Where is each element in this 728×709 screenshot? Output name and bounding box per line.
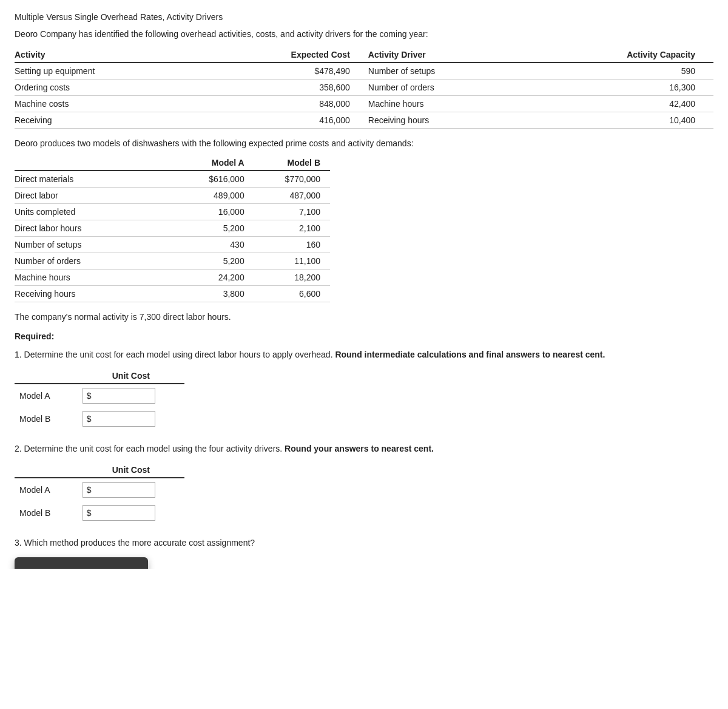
model-row-label: Direct materials	[15, 171, 178, 188]
q1-model-b-input-cell: $	[78, 407, 184, 430]
q1-model-a-input[interactable]	[94, 388, 149, 403]
model-row-label: Units completed	[15, 204, 178, 220]
q1-blank-header	[15, 368, 78, 384]
question3-section: 3. Which method produces the more accura…	[15, 537, 713, 549]
activity-col-header: Activity	[15, 47, 200, 63]
q2-model-b-input[interactable]	[94, 506, 149, 520]
q2-model-a-input-cell: $	[78, 478, 184, 501]
activity-table-row: Machine costs 848,000 Machine hours 42,4…	[15, 96, 713, 112]
q2-model-a-input-wrapper[interactable]: $	[83, 482, 155, 498]
model-row-label: Number of setups	[15, 237, 178, 253]
activity-capacity: 42,400	[525, 96, 713, 112]
expected-cost: $478,490	[200, 63, 368, 80]
model-b-value: 160	[254, 237, 330, 253]
required-label: Required:	[15, 331, 713, 341]
page-title: Multiple Versus Single Overhead Rates, A…	[15, 12, 713, 22]
question3-text: 3. Which method produces the more accura…	[15, 537, 713, 549]
q2-model-b-dollar: $	[83, 506, 94, 520]
model-a-value: 489,000	[178, 188, 254, 204]
q2-model-b-input-wrapper[interactable]: $	[83, 505, 155, 521]
model-a-value: 5,200	[178, 220, 254, 237]
model-row-label: Direct labor hours	[15, 220, 178, 237]
activity-capacity-col-header: Activity Capacity	[525, 47, 713, 63]
q2-model-a-dollar: $	[83, 483, 94, 497]
model-table-row: Direct labor 489,000 487,000	[15, 188, 330, 204]
normal-activity-text: The company's normal activity is 7,300 d…	[15, 312, 713, 322]
q2-model-a-input[interactable]	[94, 483, 149, 497]
activity-capacity: 16,300	[525, 80, 713, 96]
q2-model-b-label: Model B	[15, 501, 78, 524]
q2-model-a-label: Model A	[15, 478, 78, 501]
model-table-row: Direct labor hours 5,200 2,100	[15, 220, 330, 237]
activity-driver-col-header: Activity Driver	[368, 47, 525, 63]
activity-capacity: 590	[525, 63, 713, 80]
model-row-label: Machine hours	[15, 270, 178, 286]
activity-driver: Receiving hours	[368, 112, 525, 129]
question1-unit-cost-table: Unit Cost Model A $ Model B $	[15, 368, 184, 430]
model-row-label: Direct labor	[15, 188, 178, 204]
model-b-header: Model B	[254, 155, 330, 171]
q2-unit-cost-header: Unit Cost	[78, 463, 184, 478]
model-table: Model A Model B Direct materials $616,00…	[15, 155, 330, 302]
activity-table-row: Setting up equipment $478,490 Number of …	[15, 63, 713, 80]
q1-model-b-input-wrapper[interactable]: $	[83, 411, 155, 427]
activity-name: Setting up equipment	[15, 63, 200, 80]
expected-cost: 848,000	[200, 96, 368, 112]
activity-capacity: 10,400	[525, 112, 713, 129]
model-table-row: Direct materials $616,000 $770,000	[15, 171, 330, 188]
q2-blank-header	[15, 463, 78, 478]
model-b-value: $770,000	[254, 171, 330, 188]
activity-name: Ordering costs	[15, 80, 200, 96]
q2-model-b-row: Model B $	[15, 501, 184, 524]
model-a-value: 24,200	[178, 270, 254, 286]
activity-driver: Machine hours	[368, 96, 525, 112]
model-intro-text: Deoro produces two models of dishwashers…	[15, 138, 713, 148]
q1-unit-cost-header: Unit Cost	[78, 368, 184, 384]
model-b-value: 6,600	[254, 286, 330, 302]
activity-driver: Number of orders	[368, 80, 525, 96]
model-row-label: Receiving hours	[15, 286, 178, 302]
question1-form: Unit Cost Model A $ Model B $	[15, 368, 713, 430]
q1-model-b-label: Model B	[15, 407, 78, 430]
question2-text: 2. Determine the unit cost for each mode…	[15, 443, 713, 455]
activity-name: Machine costs	[15, 96, 200, 112]
model-b-value: 7,100	[254, 204, 330, 220]
activity-table: Activity Expected Cost Activity Driver A…	[15, 47, 713, 129]
q2-model-b-input-cell: $	[78, 501, 184, 524]
question3-dropdown[interactable]: ✓ Direct labor hours ✓ Four activity dri…	[15, 557, 148, 569]
expected-cost: 416,000	[200, 112, 368, 129]
model-blank-header	[15, 155, 178, 171]
model-b-value: 18,200	[254, 270, 330, 286]
expected-cost: 358,600	[200, 80, 368, 96]
q1-model-a-dollar: $	[83, 388, 94, 403]
model-table-row: Units completed 16,000 7,100	[15, 204, 330, 220]
q1-model-a-label: Model A	[15, 384, 78, 407]
question2-form: Unit Cost Model A $ Model B $	[15, 463, 713, 524]
model-table-row: Number of setups 430 160	[15, 237, 330, 253]
activity-driver: Number of setups	[368, 63, 525, 80]
model-a-value: 16,000	[178, 204, 254, 220]
model-row-label: Number of orders	[15, 253, 178, 270]
model-table-row: Receiving hours 3,800 6,600	[15, 286, 330, 302]
q1-model-a-row: Model A $	[15, 384, 184, 407]
model-a-header: Model A	[178, 155, 254, 171]
expected-cost-col-header: Expected Cost	[200, 47, 368, 63]
q1-model-b-row: Model B $	[15, 407, 184, 430]
model-b-value: 11,100	[254, 253, 330, 270]
model-b-value: 2,100	[254, 220, 330, 237]
model-a-value: 5,200	[178, 253, 254, 270]
model-b-value: 487,000	[254, 188, 330, 204]
q1-model-b-input[interactable]	[94, 412, 149, 426]
model-table-row: Number of orders 5,200 11,100	[15, 253, 330, 270]
model-a-value: 3,800	[178, 286, 254, 302]
model-a-value: 430	[178, 237, 254, 253]
model-a-value: $616,000	[178, 171, 254, 188]
q2-model-a-row: Model A $	[15, 478, 184, 501]
activity-table-row: Receiving 416,000 Receiving hours 10,400	[15, 112, 713, 129]
q1-model-a-input-wrapper[interactable]: $	[83, 388, 155, 404]
intro-text: Deoro Company has identified the followi…	[15, 29, 713, 39]
activity-name: Receiving	[15, 112, 200, 129]
check-icon: ✓	[27, 568, 38, 569]
question2-unit-cost-table: Unit Cost Model A $ Model B $	[15, 463, 184, 524]
dropdown-item-direct-labor[interactable]: ✓ Direct labor hours	[24, 565, 138, 569]
